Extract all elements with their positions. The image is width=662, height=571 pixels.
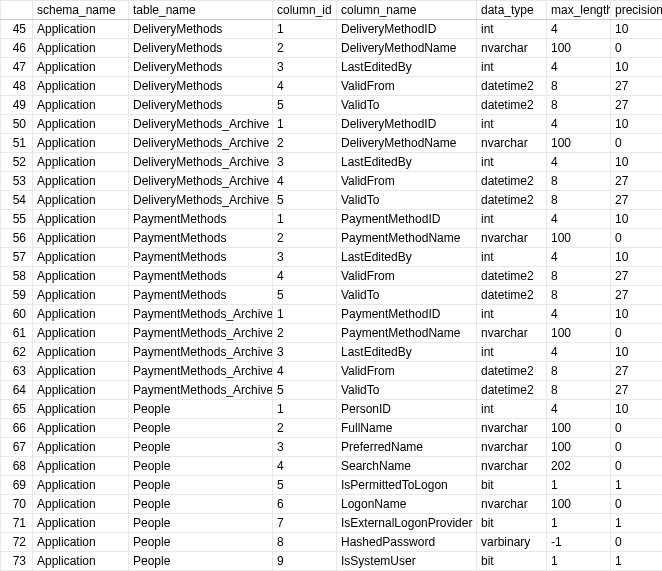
cell-precision[interactable]: 0 [611, 457, 663, 476]
cell-column-id[interactable]: 5 [273, 96, 337, 115]
cell-precision[interactable]: 27 [611, 381, 663, 400]
row-number[interactable]: 61 [1, 324, 33, 343]
row-number[interactable]: 55 [1, 210, 33, 229]
cell-column-name[interactable]: DeliveryMethodName [337, 134, 477, 153]
cell-data-type[interactable]: int [477, 248, 547, 267]
cell-data-type[interactable]: bit [477, 552, 547, 571]
cell-schema-name[interactable]: Application [33, 419, 129, 438]
cell-schema-name[interactable]: Application [33, 324, 129, 343]
cell-max-length[interactable]: 100 [547, 39, 611, 58]
header-column-id[interactable]: column_id [273, 1, 337, 20]
cell-column-id[interactable]: 2 [273, 39, 337, 58]
cell-max-length[interactable]: 4 [547, 400, 611, 419]
cell-column-name[interactable]: LastEditedBy [337, 58, 477, 77]
cell-schema-name[interactable]: Application [33, 210, 129, 229]
cell-column-id[interactable]: 3 [273, 343, 337, 362]
cell-schema-name[interactable]: Application [33, 552, 129, 571]
cell-precision[interactable]: 10 [611, 305, 663, 324]
cell-schema-name[interactable]: Application [33, 96, 129, 115]
cell-column-name[interactable]: HashedPassword [337, 533, 477, 552]
table-row[interactable]: 45ApplicationDeliveryMethods1DeliveryMet… [1, 20, 663, 39]
cell-data-type[interactable]: int [477, 20, 547, 39]
cell-column-id[interactable]: 4 [273, 267, 337, 286]
cell-table-name[interactable]: PaymentMethods [129, 248, 273, 267]
cell-column-id[interactable]: 1 [273, 210, 337, 229]
cell-precision[interactable]: 0 [611, 229, 663, 248]
cell-precision[interactable]: 10 [611, 115, 663, 134]
cell-column-name[interactable]: LastEditedBy [337, 343, 477, 362]
cell-column-name[interactable]: DeliveryMethodID [337, 20, 477, 39]
cell-data-type[interactable]: nvarchar [477, 229, 547, 248]
cell-max-length[interactable]: 100 [547, 134, 611, 153]
cell-schema-name[interactable]: Application [33, 476, 129, 495]
cell-table-name[interactable]: PaymentMethods [129, 286, 273, 305]
cell-precision[interactable]: 1 [611, 552, 663, 571]
cell-column-name[interactable]: SearchName [337, 457, 477, 476]
cell-table-name[interactable]: DeliveryMethods_Archive [129, 172, 273, 191]
table-row[interactable]: 61ApplicationPaymentMethods_Archive2Paym… [1, 324, 663, 343]
cell-column-id[interactable]: 5 [273, 286, 337, 305]
cell-max-length[interactable]: 8 [547, 362, 611, 381]
row-number[interactable]: 67 [1, 438, 33, 457]
cell-column-name[interactable]: IsPermittedToLogon [337, 476, 477, 495]
cell-precision[interactable]: 27 [611, 172, 663, 191]
cell-data-type[interactable]: datetime2 [477, 362, 547, 381]
row-number[interactable]: 45 [1, 20, 33, 39]
cell-schema-name[interactable]: Application [33, 514, 129, 533]
header-schema-name[interactable]: schema_name [33, 1, 129, 20]
row-number[interactable]: 70 [1, 495, 33, 514]
header-rownum[interactable] [1, 1, 33, 20]
cell-precision[interactable]: 27 [611, 267, 663, 286]
cell-column-name[interactable]: ValidTo [337, 286, 477, 305]
cell-schema-name[interactable]: Application [33, 438, 129, 457]
cell-schema-name[interactable]: Application [33, 134, 129, 153]
cell-table-name[interactable]: PaymentMethods_Archive [129, 343, 273, 362]
cell-max-length[interactable]: 100 [547, 438, 611, 457]
row-number[interactable]: 53 [1, 172, 33, 191]
cell-data-type[interactable]: datetime2 [477, 381, 547, 400]
cell-column-id[interactable]: 4 [273, 457, 337, 476]
cell-precision[interactable]: 10 [611, 248, 663, 267]
cell-data-type[interactable]: datetime2 [477, 286, 547, 305]
cell-precision[interactable]: 27 [611, 77, 663, 96]
cell-column-id[interactable]: 5 [273, 476, 337, 495]
header-precision[interactable]: precision [611, 1, 663, 20]
cell-data-type[interactable]: int [477, 58, 547, 77]
cell-column-name[interactable]: LogonName [337, 495, 477, 514]
cell-max-length[interactable]: 8 [547, 191, 611, 210]
cell-data-type[interactable]: nvarchar [477, 438, 547, 457]
cell-table-name[interactable]: People [129, 495, 273, 514]
cell-schema-name[interactable]: Application [33, 267, 129, 286]
row-number[interactable]: 47 [1, 58, 33, 77]
cell-table-name[interactable]: PaymentMethods_Archive [129, 324, 273, 343]
results-grid[interactable]: schema_name table_name column_id column_… [0, 0, 662, 571]
row-number[interactable]: 59 [1, 286, 33, 305]
cell-table-name[interactable]: DeliveryMethods [129, 20, 273, 39]
cell-schema-name[interactable]: Application [33, 20, 129, 39]
cell-schema-name[interactable]: Application [33, 381, 129, 400]
cell-precision[interactable]: 10 [611, 20, 663, 39]
cell-column-id[interactable]: 1 [273, 20, 337, 39]
table-row[interactable]: 52ApplicationDeliveryMethods_Archive3Las… [1, 153, 663, 172]
table-row[interactable]: 73ApplicationPeople9IsSystemUserbit11 [1, 552, 663, 571]
cell-max-length[interactable]: 8 [547, 77, 611, 96]
cell-data-type[interactable]: int [477, 115, 547, 134]
table-row[interactable]: 59ApplicationPaymentMethods5ValidTodatet… [1, 286, 663, 305]
cell-schema-name[interactable]: Application [33, 457, 129, 476]
header-table-name[interactable]: table_name [129, 1, 273, 20]
cell-precision[interactable]: 27 [611, 286, 663, 305]
cell-table-name[interactable]: DeliveryMethods [129, 77, 273, 96]
cell-data-type[interactable]: datetime2 [477, 77, 547, 96]
row-number[interactable]: 58 [1, 267, 33, 286]
cell-schema-name[interactable]: Application [33, 77, 129, 96]
row-number[interactable]: 46 [1, 39, 33, 58]
cell-data-type[interactable]: datetime2 [477, 191, 547, 210]
cell-column-name[interactable]: ValidFrom [337, 172, 477, 191]
cell-data-type[interactable]: int [477, 153, 547, 172]
cell-column-name[interactable]: ValidFrom [337, 267, 477, 286]
cell-table-name[interactable]: DeliveryMethods_Archive [129, 153, 273, 172]
cell-precision[interactable]: 0 [611, 438, 663, 457]
row-number[interactable]: 49 [1, 96, 33, 115]
cell-column-id[interactable]: 9 [273, 552, 337, 571]
row-number[interactable]: 51 [1, 134, 33, 153]
